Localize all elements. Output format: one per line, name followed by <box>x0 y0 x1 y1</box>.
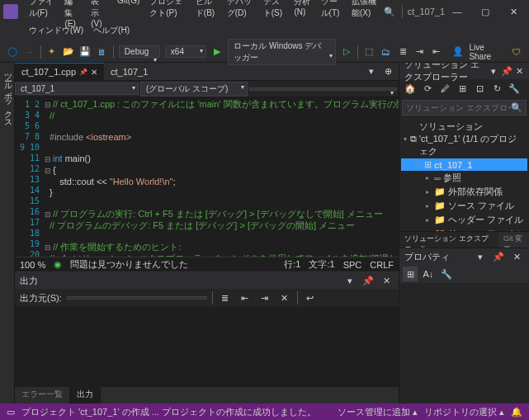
admin-icon[interactable]: 🛡 <box>511 45 522 59</box>
close-button[interactable]: ✕ <box>501 2 526 21</box>
run-nodebug-icon[interactable]: ▷ <box>341 45 352 59</box>
code-editor[interactable]: 1 2 3 4 5 6 7 8 9 10 11 12 13 14 15 16 1… <box>15 97 399 257</box>
prop-wrench-icon[interactable]: 🔧 <box>439 267 454 281</box>
save-all-icon[interactable]: 🗎 <box>97 45 108 59</box>
liveshare-icon[interactable]: 👤 <box>452 45 464 59</box>
sln-icon4[interactable]: ⊞ <box>455 81 470 96</box>
nav-back-icon[interactable]: ◯ <box>7 45 18 59</box>
editor-column: ct_107_1.cpp 📌 ✕ ct_107_1 ▾ ⊕ ct_107_1 (… <box>15 63 399 403</box>
tb-icon1[interactable]: ⬚ <box>363 45 375 59</box>
tree-refs[interactable]: ▸▫▫参照 <box>401 171 527 185</box>
dropdown-icon[interactable]: ▾ <box>342 273 357 288</box>
prop-az-icon[interactable]: A↓ <box>421 267 436 281</box>
play-icon[interactable]: ▶ <box>211 45 223 59</box>
liveshare-label[interactable]: Live Share <box>469 43 500 61</box>
maximize-button[interactable]: ▢ <box>473 2 498 21</box>
close-icon[interactable]: ✕ <box>379 273 394 288</box>
sln-sync-icon[interactable]: ⟳ <box>420 81 435 96</box>
pin-icon[interactable]: 📌 <box>361 273 375 288</box>
out-icon2[interactable]: ⇤ <box>238 290 253 305</box>
notifications-icon[interactable]: 🔔 <box>511 407 522 418</box>
sln-icon3[interactable]: 🖉 <box>437 81 452 96</box>
col-indicator[interactable]: 文字:1 <box>309 258 334 271</box>
search-icon[interactable]: 🔍 <box>511 102 522 113</box>
platform-combo[interactable]: x64 <box>165 45 206 58</box>
output-source-combo[interactable] <box>67 296 207 300</box>
solution-search-input[interactable] <box>406 102 511 113</box>
tab-output[interactable]: 出力 <box>70 387 101 403</box>
properties-head: プロパティ ▾ 📌 ✕ <box>399 248 529 265</box>
tab-errors[interactable]: エラー一覧 <box>15 387 70 403</box>
tab-health-icon[interactable]: ⊕ <box>380 64 395 79</box>
pin-icon[interactable]: 📌 <box>501 64 512 78</box>
solution-bottom-tabs: ソリューション エクスプローラー Git 変更 <box>399 231 529 248</box>
issues-indicator-icon[interactable]: ◉ <box>54 259 62 270</box>
document-tab-strip: ct_107_1.cpp 📌 ✕ ct_107_1 ▾ ⊕ <box>15 63 399 81</box>
issues-text: 問題は見つかりませんでした <box>70 258 188 271</box>
code-text[interactable]: ⊟// ct_107_1.cpp : このファイルには 'main' 関数が含ま… <box>45 97 399 257</box>
tb-icon2[interactable]: 🗂 <box>380 45 392 59</box>
sln-wrench-icon[interactable]: 🔧 <box>507 81 522 96</box>
menu-help[interactable]: ヘルプ(H) <box>89 23 134 38</box>
lineend-indicator[interactable]: CRLF <box>370 260 394 270</box>
dropdown-icon[interactable]: ▾ <box>473 249 488 264</box>
minimize-button[interactable]: ― <box>445 2 470 21</box>
tree-project[interactable]: ▾⊞ct_107_1 <box>401 158 527 171</box>
dropdown-icon[interactable]: ▾ <box>489 64 498 78</box>
tab-solution-explorer[interactable]: ソリューション エクスプローラー <box>399 232 498 248</box>
wrap-icon[interactable]: ↩ <box>303 290 318 305</box>
tree-hdr[interactable]: ▸📁ヘッダー ファイル <box>401 213 527 227</box>
tb-icon4[interactable]: ⇥ <box>413 45 425 59</box>
close-icon[interactable]: ✕ <box>91 68 97 77</box>
context-scope-combo[interactable]: (グローバル スコープ) <box>140 82 248 97</box>
out-icon3[interactable]: ⇥ <box>257 290 272 305</box>
properties-toolbar: ⊞ A↓ 🔧 <box>399 265 529 283</box>
save-icon[interactable]: 💾 <box>79 45 91 59</box>
main-toolbar: ◯ → ✦ 📂 💾 🗎 Debug x64 ▶ ローカル Windows デバッ… <box>0 41 529 63</box>
context-member-combo[interactable] <box>249 87 397 91</box>
folder-icon: 📁 <box>434 215 446 225</box>
spaces-indicator[interactable]: SPC <box>343 260 362 270</box>
sln-icon5[interactable]: ⊡ <box>472 81 487 96</box>
properties-body[interactable] <box>399 283 529 403</box>
toolbar-separator <box>357 45 358 59</box>
context-project-combo[interactable]: ct_107_1 <box>15 83 139 95</box>
line-indicator[interactable]: 行:1 <box>284 258 300 271</box>
document-tab-cpp[interactable]: ct_107_1.cpp 📌 ✕ <box>15 63 104 80</box>
open-icon[interactable]: 📂 <box>63 45 74 59</box>
solution-search[interactable]: 🔍 <box>402 100 527 116</box>
sln-home-icon[interactable]: 🏠 <box>403 81 418 96</box>
config-combo[interactable]: Debug <box>119 45 160 58</box>
tree-ext-deps[interactable]: ▸📁外部依存関係 <box>401 185 527 199</box>
document-tab-proj[interactable]: ct_107_1 <box>104 63 154 80</box>
context-bar: ct_107_1 (グローバル スコープ) <box>15 81 399 97</box>
tb-icon5[interactable]: ⇤ <box>431 45 442 59</box>
new-item-icon[interactable]: ✦ <box>46 45 58 59</box>
output-body[interactable] <box>15 307 399 387</box>
clear-icon[interactable]: ✕ <box>277 290 292 305</box>
tree-src[interactable]: ▸📁ソース ファイル <box>401 199 527 213</box>
sln-icon6[interactable]: ↻ <box>489 81 504 96</box>
tab-git-changes[interactable]: Git 変更 <box>498 232 529 248</box>
menu-window[interactable]: ウィンドウ(W) <box>25 23 87 38</box>
solution-tree[interactable]: ▾⧉ソリューション 'ct_107_1' (1/1 のプロジェク ▾⊞ct_10… <box>399 118 529 231</box>
tb-icon3[interactable]: ≣ <box>397 45 409 59</box>
close-icon[interactable]: ✕ <box>516 64 524 78</box>
pin-icon[interactable]: 📌 <box>491 249 506 264</box>
out-icon1[interactable]: ≣ <box>218 290 233 305</box>
zoom-level[interactable]: 100 % <box>20 260 45 270</box>
properties-panel: プロパティ ▾ 📌 ✕ ⊞ A↓ 🔧 <box>399 248 529 403</box>
tab-overflow-icon[interactable]: ▾ <box>364 64 379 79</box>
debugger-combo[interactable]: ローカル Windows デバッガー <box>228 39 336 65</box>
nav-fwd-icon[interactable]: → <box>23 45 35 59</box>
pin-icon[interactable]: 📌 <box>79 68 87 76</box>
search-icon[interactable]: 🔍 <box>382 4 397 19</box>
right-panel: ソリューション エクスプローラー ▾ 📌 ✕ 🏠 ⟳ 🖉 ⊞ ⊡ ↻ 🔧 🔍 ▾… <box>399 63 529 403</box>
tree-solution-root[interactable]: ▾⧉ソリューション 'ct_107_1' (1/1 のプロジェク <box>401 120 527 158</box>
side-toolbox-tab[interactable]: ツールボックス <box>0 63 15 403</box>
separator <box>212 291 213 304</box>
source-control-button[interactable]: ソース管理に追加 ▴ <box>338 406 418 418</box>
close-icon[interactable]: ✕ <box>509 249 524 264</box>
repo-select-button[interactable]: リポジトリの選択 ▴ <box>424 406 504 418</box>
prop-cat-icon[interactable]: ⊞ <box>403 267 418 281</box>
